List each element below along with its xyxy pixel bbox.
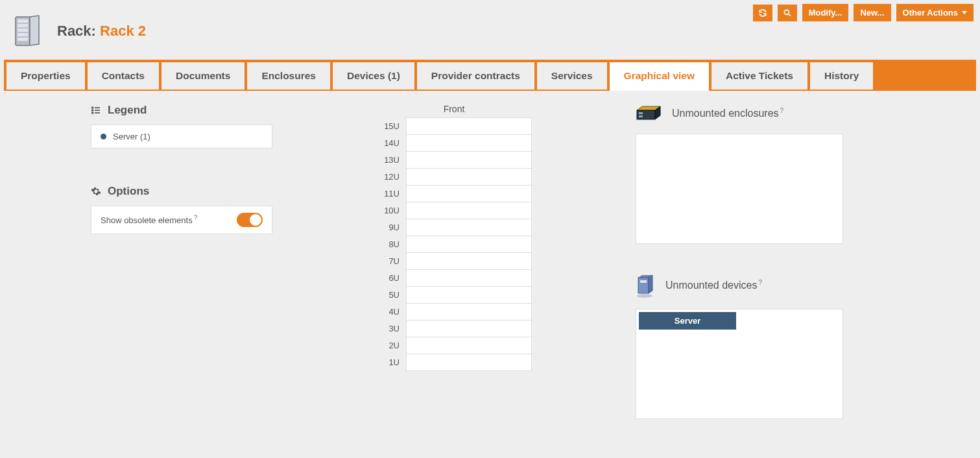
unmounted-enclosures-title: Unmounted enclosures (672, 108, 779, 119)
svg-rect-4 (18, 24, 28, 27)
rack-unit-label: 8U (376, 236, 406, 253)
unmounted-devices-header: Unmounted devices? (636, 272, 869, 298)
rack-unit-slot[interactable] (406, 337, 532, 354)
tab-enclosures[interactable]: Enclosures (247, 62, 330, 90)
option-show-obsolete: Show obsolete elements? (91, 206, 272, 234)
refresh-icon (758, 8, 767, 18)
legend-color-dot (101, 134, 106, 139)
list-icon (91, 105, 101, 115)
svg-point-13 (92, 110, 93, 111)
legend-title: Legend (91, 104, 272, 117)
chevron-down-icon (962, 11, 967, 14)
tab-history[interactable]: History (810, 62, 873, 90)
enclosure-icon (636, 104, 662, 123)
device-chip-server[interactable]: Server (639, 312, 736, 330)
option-show-obsolete-label: Show obsolete elements (101, 216, 193, 226)
modify-button[interactable]: Modify... (802, 4, 849, 21)
svg-rect-24 (640, 280, 647, 283)
rack-unit-slot[interactable] (406, 235, 532, 253)
unmounted-devices-dropzone[interactable]: Server (636, 309, 843, 419)
rack-unit-slot[interactable] (406, 168, 532, 186)
tabs-bar: PropertiesContactsDocumentsEnclosuresDev… (4, 60, 976, 90)
rack-front-view: 1U2U3U4U5U6U7U8U9U10U11U12U13U14U15U (376, 118, 532, 371)
unmounted-enclosures-header: Unmounted enclosures? (636, 104, 869, 123)
rack-unit-label: 13U (376, 152, 406, 169)
show-obsolete-toggle[interactable] (237, 213, 263, 227)
rack-unit-slot[interactable] (406, 117, 532, 135)
rack-unit-label: 5U (376, 287, 406, 304)
refresh-button[interactable] (753, 5, 772, 21)
unmounted-devices-title: Unmounted devices (665, 280, 757, 291)
rack-unit-slot[interactable] (406, 185, 532, 202)
svg-point-23 (637, 294, 652, 298)
rack-icon (13, 14, 44, 48)
rack-unit-slot[interactable] (406, 286, 532, 304)
rack-unit-row: 5U (376, 287, 532, 304)
rack-unit-label: 10U (376, 202, 406, 219)
tab-devices[interactable]: Devices (1) (333, 62, 414, 90)
rack-unit-row: 12U (376, 169, 532, 186)
options-title: Options (91, 185, 272, 198)
svg-rect-7 (18, 38, 28, 41)
tab-services[interactable]: Services (537, 62, 607, 90)
search-button[interactable] (778, 5, 797, 21)
svg-marker-22 (649, 275, 652, 293)
tab-contacts[interactable]: Contacts (88, 62, 159, 90)
rack-unit-slot[interactable] (406, 252, 532, 270)
rack-unit-row: 11U (376, 186, 532, 202)
tab-graphical[interactable]: Graphical view (610, 62, 709, 91)
rack-unit-slot[interactable] (406, 151, 532, 169)
tab-provider[interactable]: Provider contracts (417, 62, 534, 90)
help-icon[interactable]: ? (194, 214, 198, 221)
help-icon[interactable]: ? (780, 107, 784, 114)
rack-unit-slot[interactable] (406, 354, 532, 371)
new-button-label: New... (860, 8, 884, 18)
legend-item[interactable]: Server (1) (91, 125, 272, 149)
help-icon[interactable]: ? (758, 279, 762, 286)
svg-marker-8 (30, 16, 39, 45)
tab-documents[interactable]: Documents (161, 62, 245, 90)
rack-unit-row: 14U (376, 135, 532, 152)
options-title-text: Options (108, 185, 149, 198)
rack-unit-label: 12U (376, 169, 406, 186)
rack-unit-slot[interactable] (406, 320, 532, 337)
rack-unit-row: 15U (376, 118, 532, 135)
rack-unit-slot[interactable] (406, 219, 532, 236)
unmounted-enclosures-dropzone[interactable] (636, 134, 843, 244)
rack-unit-label: 9U (376, 219, 406, 236)
rack-unit-label: 7U (376, 253, 406, 270)
rack-unit-row: 4U (376, 304, 532, 320)
rack-unit-row: 2U (376, 337, 532, 354)
rack-unit-label: 6U (376, 270, 406, 287)
rack-unit-row: 13U (376, 152, 532, 169)
svg-rect-21 (638, 278, 649, 293)
rack-unit-label: 15U (376, 118, 406, 135)
tab-properties[interactable]: Properties (6, 62, 85, 90)
svg-point-14 (92, 112, 93, 114)
svg-point-0 (784, 10, 789, 14)
new-button[interactable]: New... (854, 4, 890, 21)
rack-unit-slot[interactable] (406, 303, 532, 320)
svg-rect-5 (18, 29, 28, 32)
rack-unit-row: 10U (376, 202, 532, 219)
rack-unit-label: 11U (376, 186, 406, 202)
svg-point-12 (92, 107, 93, 108)
rack-unit-row: 3U (376, 320, 532, 337)
rack-unit-slot[interactable] (406, 134, 532, 152)
tab-tickets[interactable]: Active Tickets (711, 62, 807, 90)
rack-unit-row: 9U (376, 219, 532, 236)
rack-unit-label: 14U (376, 135, 406, 152)
svg-rect-19 (639, 115, 643, 117)
other-actions-label: Other Actions (903, 8, 958, 18)
rack-view-title: Front (376, 104, 532, 114)
other-actions-button[interactable]: Other Actions (896, 4, 974, 21)
rack-unit-slot[interactable] (406, 202, 532, 219)
modify-button-label: Modify... (809, 8, 843, 18)
rack-unit-slot[interactable] (406, 269, 532, 287)
page-title-name: Rack 2 (100, 23, 146, 39)
rack-unit-label: 2U (376, 337, 406, 354)
svg-rect-6 (18, 33, 28, 36)
rack-unit-row: 7U (376, 253, 532, 270)
rack-unit-label: 1U (376, 354, 406, 371)
svg-rect-18 (639, 112, 643, 114)
